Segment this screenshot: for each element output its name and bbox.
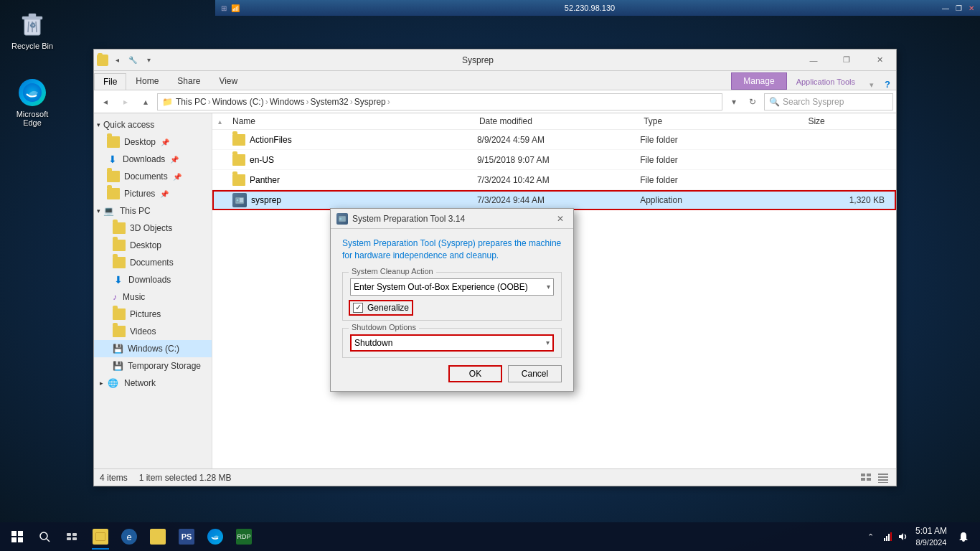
sidebar-thispc-header[interactable]: ▾ 💻 This PC <box>94 202 212 220</box>
ribbon-tab-share[interactable]: Share <box>168 72 209 90</box>
svg-rect-29 <box>67 533 71 536</box>
svg-rect-33 <box>884 538 885 541</box>
start-button[interactable] <box>3 522 32 551</box>
taskbar-search-btn[interactable] <box>32 524 57 550</box>
systray-expand-btn[interactable]: ⌃ <box>864 524 878 550</box>
breadcrumb-thispc[interactable]: This PC <box>176 97 207 107</box>
remote-close-btn[interactable]: ✕ <box>966 2 977 14</box>
file-row-actionfiles[interactable]: ActionFiles 8/9/2024 4:59 AM File folder <box>212 130 896 150</box>
generalize-label: Generalize <box>367 303 409 313</box>
recycle-bin-icon[interactable]: ♻ Recycle Bin <box>4 7 61 53</box>
shutdown-options-dropdown[interactable]: Shutdown ▾ <box>350 334 554 352</box>
svg-rect-14 <box>867 474 871 476</box>
sidebar-item-desktop[interactable]: Desktop 📌 <box>94 133 212 151</box>
cleanup-action-dropdown[interactable]: Enter System Out-of-Box Experience (OOBE… <box>350 278 554 296</box>
taskbar-powershell-btn[interactable]: PS <box>172 524 201 550</box>
address-dropdown-btn[interactable]: ▾ <box>725 93 743 110</box>
view-details-btn[interactable] <box>859 471 873 485</box>
col-header-name[interactable]: Name <box>232 116 479 126</box>
dialog-close-btn[interactable]: ✕ <box>553 212 567 226</box>
sidebar-videos-label: Videos <box>130 326 156 336</box>
dialog-cancel-btn[interactable]: Cancel <box>508 365 562 382</box>
address-path[interactable]: 📁 This PC › Windows (C:) › Windows › Sys… <box>157 93 722 110</box>
sidebar-item-pictures-qa[interactable]: Pictures 📌 <box>94 185 212 202</box>
file-row-en-us[interactable]: en-US 9/15/2018 9:07 AM File folder <box>212 150 896 170</box>
address-refresh-btn[interactable]: ↻ <box>744 93 761 110</box>
nav-back-btn[interactable]: ◂ <box>97 93 114 110</box>
nav-forward-btn[interactable]: ▸ <box>117 93 134 110</box>
systray-network-icon[interactable] <box>880 524 894 550</box>
edge-icon-desktop[interactable]: Microsoft Edge <box>4 75 61 130</box>
breadcrumb-sysprep[interactable]: Sysprep <box>354 97 386 107</box>
sidebar-item-3dobjects[interactable]: 3D Objects <box>94 220 212 237</box>
ribbon-tab-apptools[interactable]: Application Tools <box>787 74 864 90</box>
edge-svg <box>22 83 42 103</box>
remote-bar-title: 52.230.98.130 <box>240 4 940 12</box>
ribbon-tab-manage[interactable]: Manage <box>731 72 786 90</box>
sidebar-pin-desktop[interactable]: 📌 <box>160 137 170 147</box>
sidebar-item-music[interactable]: ♪ Music <box>94 288 212 306</box>
view-list-btn[interactable] <box>876 471 890 485</box>
qat-dropdown-btn[interactable]: ▾ <box>141 53 156 67</box>
sidebar-quick-access-header[interactable]: ▾ Quick access <box>94 116 212 133</box>
dialog-ok-btn[interactable]: OK <box>448 365 502 382</box>
svg-rect-13 <box>861 474 865 476</box>
explorer-close-btn[interactable]: ✕ <box>863 50 896 71</box>
sidebar-item-temp-storage[interactable]: 💾 Temporary Storage <box>94 357 212 375</box>
folder-icon-3d <box>113 222 126 234</box>
ribbon-tabs: File Home Share View Manage Application … <box>94 71 896 90</box>
generalize-checkbox[interactable] <box>353 303 363 313</box>
sidebar-item-desktop-thispc[interactable]: Desktop <box>94 237 212 254</box>
ribbon-tab-file[interactable]: File <box>94 73 126 90</box>
sidebar-docs-thispc-label: Documents <box>130 258 174 268</box>
sidebar-item-documents-thispc[interactable]: Documents <box>94 254 212 271</box>
taskbar-explorer2-btn[interactable] <box>143 524 172 550</box>
search-placeholder: Search Sysprep <box>783 97 844 107</box>
systray-volume-icon[interactable] <box>895 524 910 550</box>
svg-rect-18 <box>878 476 888 478</box>
explorer-maximize-btn[interactable]: ❐ <box>830 50 863 71</box>
file-name-sysprep: sysprep <box>232 193 477 207</box>
ribbon-tab-home[interactable]: Home <box>126 72 168 90</box>
remote-restore-btn[interactable]: ❐ <box>953 2 964 14</box>
sidebar-item-videos[interactable]: Videos <box>94 323 212 340</box>
sidebar-pin-pics[interactable]: 📌 <box>159 189 169 199</box>
search-box[interactable]: 🔍 Search Sysprep <box>764 93 893 110</box>
sidebar-documents-qa-label: Documents <box>124 171 168 182</box>
taskbar-clock[interactable]: 5:01 AM 8/9/2024 <box>911 526 951 547</box>
sidebar-pin-docs[interactable]: 📌 <box>172 171 182 182</box>
taskbar-rdp-btn[interactable]: RDP <box>230 524 258 550</box>
sidebar-item-windows-c[interactable]: 💾 Windows (C:) <box>94 340 212 357</box>
ribbon-help-btn[interactable]: ? <box>879 79 896 90</box>
explorer-minimize-btn[interactable]: — <box>797 50 830 71</box>
col-header-type[interactable]: Type <box>644 116 808 126</box>
ribbon-tab-view[interactable]: View <box>209 72 247 90</box>
qat-back-btn[interactable]: ◂ <box>110 53 124 67</box>
taskbar-edge-btn[interactable] <box>201 524 230 550</box>
taskbar-explorer-btn[interactable] <box>86 524 115 550</box>
breadcrumb-windows[interactable]: Windows <box>270 97 305 107</box>
sidebar-item-network[interactable]: ▸ 🌐 Network <box>94 375 212 392</box>
file-row-panther[interactable]: Panther 7/3/2024 10:42 AM File folder <box>212 170 896 190</box>
col-header-size[interactable]: Size <box>808 116 890 126</box>
col-header-modified[interactable]: Date modified <box>479 116 644 126</box>
sidebar-pin-downloads[interactable]: 📌 <box>169 154 179 164</box>
taskbar-notification-btn[interactable] <box>953 524 974 550</box>
sidebar-item-downloads-qa[interactable]: ⬇ Downloads 📌 <box>94 151 212 168</box>
ribbon-expand-btn[interactable]: ▾ <box>864 80 879 90</box>
taskbar-task-view-btn[interactable] <box>57 522 86 551</box>
file-row-sysprep[interactable]: sysprep 7/3/2024 9:44 AM Application 1,3… <box>212 190 896 210</box>
sidebar-item-documents-qa[interactable]: Documents 📌 <box>94 168 212 185</box>
nav-up-btn[interactable]: ▴ <box>137 93 154 110</box>
sidebar-item-pictures-thispc[interactable]: Pictures <box>94 306 212 323</box>
svg-text:♻: ♻ <box>29 22 36 29</box>
taskbar-ie-btn[interactable]: e <box>115 524 143 550</box>
folder-icon-actionfiles <box>232 134 245 146</box>
remote-minimize-btn[interactable]: — <box>940 2 951 14</box>
shutdown-option-value: Shutdown <box>354 338 392 348</box>
qat-forward-btn[interactable]: 🔧 <box>126 53 140 67</box>
breadcrumb-windows-c[interactable]: Windows (C:) <box>212 97 264 107</box>
sidebar-item-downloads-thispc[interactable]: ⬇ Downloads <box>94 271 212 288</box>
svg-rect-24 <box>18 531 23 536</box>
breadcrumb-system32[interactable]: System32 <box>310 97 348 107</box>
